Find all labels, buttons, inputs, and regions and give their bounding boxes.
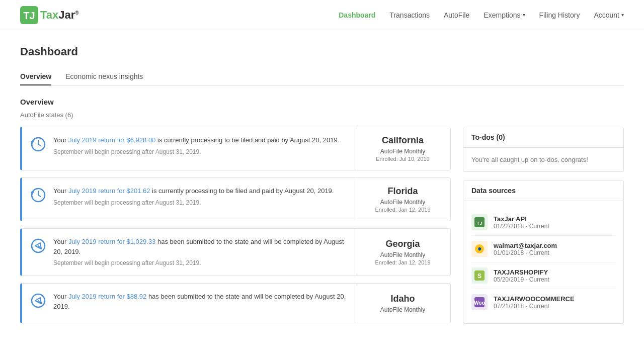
nav-transactions[interactable]: Transactions (389, 11, 430, 19)
taxjar-api-date: 01/22/2018 - Current (494, 223, 549, 230)
state-card-georgia[interactable]: Georgia AutoFile Monthly Enrolled: Jan 1… (355, 229, 450, 276)
filing-sub-georgia: September will begin processing after Au… (53, 258, 347, 267)
svg-text:Woo: Woo (474, 300, 485, 306)
tab-bar: Overview Economic nexus insights (20, 68, 624, 85)
submitted-icon-georgia (30, 238, 46, 257)
woocommerce-date: 07/21/2018 - Current (494, 303, 575, 310)
filing-sub-florida: September will begin processing after Au… (53, 198, 334, 207)
filing-left-georgia: Your July 2019 return for $1,029.33 has … (22, 229, 355, 276)
shopify-date: 05/20/2019 - Current (494, 276, 549, 283)
filing-list: Your July 2019 return for $6,928.00 is c… (20, 127, 451, 332)
state-name-georgia: Georgia (385, 239, 420, 249)
walmart-info: walmart@taxjar.com 01/01/2018 - Current (494, 242, 557, 256)
state-name-idaho: Idaho (391, 294, 415, 304)
main-nav: Dashboard Transactions AutoFile Exemptio… (339, 11, 624, 19)
taxjar-api-info: TaxJar API 01/22/2018 - Current (494, 215, 549, 230)
state-card-florida[interactable]: Florida AutoFile Monthly Enrolled: Jan 1… (355, 178, 450, 221)
svg-text:TJ: TJ (23, 10, 35, 21)
filing-text-california: Your July 2019 return for $6,928.00 is c… (53, 135, 339, 156)
nav-exemptions[interactable]: Exemptions ▾ (484, 11, 525, 19)
todos-panel: To-dos (0) You're all caught up on to-do… (463, 127, 624, 172)
filing-link-idaho[interactable]: July 2019 return for $88.92 (68, 293, 146, 300)
nav-autofile[interactable]: AutoFile (444, 11, 469, 19)
nav-dashboard[interactable]: Dashboard (339, 11, 375, 19)
state-filing-california: AutoFile Monthly (380, 148, 425, 155)
header: TJ TaxJar® Dashboard Transactions AutoFi… (0, 0, 644, 30)
state-card-idaho[interactable]: Idaho AutoFile Monthly (355, 284, 450, 323)
data-source-woocommerce[interactable]: Woo TAXJARWOOCOMMERCE 07/21/2018 - Curre… (471, 289, 615, 315)
filing-link-florida[interactable]: July 2019 return for $201.62 (68, 187, 150, 195)
svg-text:TJ: TJ (477, 221, 482, 226)
right-column: To-dos (0) You're all caught up on to-do… (463, 127, 624, 332)
data-sources-panel-body: TJ TaxJar API 01/22/2018 - Current ✸ (463, 201, 623, 323)
tab-overview[interactable]: Overview (20, 68, 51, 85)
shopify-info: TAXJARSHOPIFY 05/20/2019 - Current (494, 268, 549, 283)
main-content: Dashboard Overview Economic nexus insigh… (0, 30, 644, 347)
processing-icon-florida (30, 187, 46, 207)
autofile-count-label: AutoFile states (6) (20, 111, 624, 119)
filing-text-georgia: Your July 2019 return for $1,029.33 has … (53, 237, 347, 267)
taxjar-api-name: TaxJar API (494, 215, 549, 223)
submitted-icon-idaho (30, 293, 46, 312)
woocommerce-name: TAXJARWOOCOMMERCE (494, 295, 575, 303)
filing-item-georgia: Your July 2019 return for $1,029.33 has … (20, 228, 451, 276)
shopify-icon: S (471, 267, 488, 284)
woocommerce-info: TAXJARWOOCOMMERCE 07/21/2018 - Current (494, 295, 575, 310)
woocommerce-icon: Woo (471, 294, 488, 310)
tab-economic-nexus[interactable]: Economic nexus insights (65, 68, 143, 85)
data-sources-panel-header: Data sources (463, 180, 623, 201)
processing-icon (30, 136, 46, 156)
svg-text:✸: ✸ (477, 246, 482, 252)
state-filing-idaho: AutoFile Monthly (380, 306, 425, 313)
todos-panel-header: To-dos (0) (463, 127, 623, 148)
state-name-florida: Florida (387, 186, 418, 197)
logo-text: TaxJar® (40, 9, 79, 22)
page-title: Dashboard (20, 45, 624, 58)
data-source-walmart[interactable]: ✸ walmart@taxjar.com 01/01/2018 - Curren… (471, 236, 615, 262)
state-filing-florida: AutoFile Monthly (380, 199, 425, 206)
nav-account[interactable]: Account ▾ (594, 11, 624, 19)
svg-text:S: S (477, 273, 481, 280)
content-layout: Your July 2019 return for $6,928.00 is c… (20, 127, 624, 332)
account-chevron-icon: ▾ (621, 12, 624, 18)
data-sources-panel: Data sources TJ TaxJar API 01/22/2018 - … (463, 180, 624, 324)
walmart-icon: ✸ (471, 241, 488, 257)
section-title: Overview (20, 98, 624, 106)
filing-link-california[interactable]: July 2019 return for $6,928.00 (68, 136, 155, 144)
filing-text-florida: Your July 2019 return for $201.62 is cur… (53, 186, 334, 207)
walmart-date: 01/01/2018 - Current (494, 249, 557, 256)
state-card-california[interactable]: California AutoFile Monthly Enrolled: Ju… (355, 127, 450, 170)
state-enrolled-georgia: Enrolled: Jan 12, 2019 (375, 259, 430, 265)
filing-item-california: Your July 2019 return for $6,928.00 is c… (20, 127, 451, 170)
todos-panel-body: You're all caught up on to-dos, congrats… (463, 148, 623, 171)
state-filing-georgia: AutoFile Monthly (380, 251, 425, 258)
todos-empty-message: You're all caught up on to-dos, congrats… (471, 156, 615, 163)
filing-left-california: Your July 2019 return for $6,928.00 is c… (22, 127, 355, 170)
state-enrolled-california: Enrolled: Jul 10, 2019 (376, 156, 429, 162)
filing-link-georgia[interactable]: July 2019 return for $1,029.33 (68, 238, 155, 245)
filing-left-florida: Your July 2019 return for $201.62 is cur… (22, 178, 355, 221)
nav-filing-history[interactable]: Filing History (539, 11, 580, 19)
filing-item-idaho: Your July 2019 return for $88.92 has bee… (20, 283, 451, 323)
data-source-taxjar-api[interactable]: TJ TaxJar API 01/22/2018 - Current (471, 209, 615, 236)
taxjar-api-icon: TJ (471, 214, 488, 230)
filing-left-idaho: Your July 2019 return for $88.92 has bee… (22, 284, 355, 323)
filing-item-florida: Your July 2019 return for $201.62 is cur… (20, 177, 451, 221)
walmart-name: walmart@taxjar.com (494, 242, 557, 249)
shopify-name: TAXJARSHOPIFY (494, 268, 549, 276)
data-source-shopify[interactable]: S TAXJARSHOPIFY 05/20/2019 - Current (471, 262, 615, 289)
filing-sub-california: September will begin processing after Au… (53, 147, 339, 156)
exemptions-chevron-icon: ▾ (523, 12, 525, 18)
logo[interactable]: TJ TaxJar® (20, 6, 79, 24)
filing-text-idaho: Your July 2019 return for $88.92 has bee… (53, 292, 347, 311)
state-name-california: California (382, 135, 424, 146)
state-enrolled-florida: Enrolled: Jan 12, 2019 (375, 207, 430, 213)
